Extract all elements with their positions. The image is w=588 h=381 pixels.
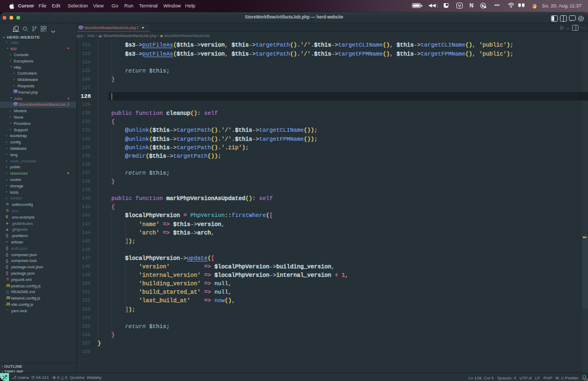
svg-text:php: php — [79, 26, 83, 29]
svg-text:php: php — [14, 90, 18, 93]
svg-text:php: php — [14, 103, 18, 105]
